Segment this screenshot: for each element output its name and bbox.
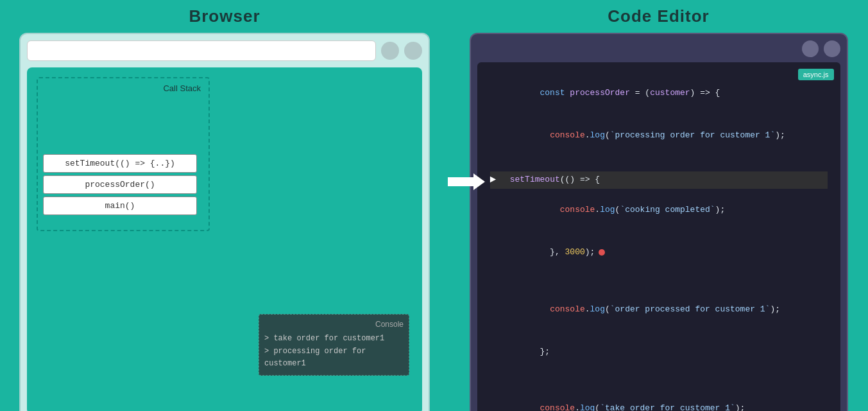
stack-item-1: processOrder() — [43, 175, 197, 194]
right-arrow-icon — [448, 172, 486, 191]
editor-title: Code Editor — [608, 6, 709, 26]
editor-btn-1[interactable] — [802, 40, 819, 57]
browser-title: Browser — [189, 6, 260, 26]
editor-content: async.js const processOrder = (customer)… — [477, 62, 840, 411]
code-line-6: }, 3000); — [490, 231, 828, 274]
breakpoint-dot — [599, 249, 605, 256]
browser-window: Call Stack setTimeout(() => {..}) proces… — [19, 33, 430, 411]
call-stack-label: Call Stack — [163, 83, 201, 93]
code-line-3 — [490, 157, 828, 171]
address-bar[interactable] — [27, 40, 376, 61]
code-line-1: const processOrder = (customer) => { — [490, 72, 828, 114]
arrow-container — [448, 172, 486, 191]
main-container: Browser Call Stack setTimeout(() => {..}… — [0, 0, 868, 411]
console-line-1: > processing order for customer1 — [264, 345, 404, 370]
svg-marker-0 — [448, 173, 485, 190]
code-line-8: console.log(`order processed for custome… — [490, 288, 828, 331]
console-line-0: > take order for customer1 — [264, 333, 404, 345]
editor-btn-2[interactable] — [824, 40, 840, 57]
stack-item-0: setTimeout(() => {..}) — [43, 154, 197, 173]
console-container: Console > take order for customer1 > pro… — [259, 314, 409, 376]
code-line-11: console.log(`take order for customer 1`)… — [490, 387, 828, 411]
call-stack-container: Call Stack setTimeout(() => {..}) proces… — [37, 77, 210, 231]
code-line-2: console.log(`processing order for custom… — [490, 114, 828, 157]
call-stack-items: setTimeout(() => {..}) processOrder() ma… — [43, 154, 203, 215]
console-label: Console — [264, 320, 404, 329]
code-line-4: ► setTimeout(() => { — [490, 171, 828, 189]
browser-section: Browser Call Stack setTimeout(() => {..}… — [0, 0, 449, 411]
code-line-7 — [490, 274, 828, 288]
browser-toolbar — [27, 40, 422, 61]
code-line-5: console.log(`cooking completed`); — [490, 189, 828, 231]
browser-btn-1[interactable] — [381, 42, 399, 60]
browser-btn-2[interactable] — [404, 42, 422, 60]
filename-badge: async.js — [798, 69, 834, 80]
editor-toolbar — [477, 40, 840, 57]
code-line-9: }; — [490, 331, 828, 373]
editor-section: Code Editor async.js const processOrder … — [449, 0, 868, 411]
browser-content: Call Stack setTimeout(() => {..}) proces… — [27, 67, 422, 411]
editor-window: async.js const processOrder = (customer)… — [470, 33, 848, 411]
stack-item-2: main() — [43, 197, 197, 215]
code-line-10 — [490, 373, 828, 387]
